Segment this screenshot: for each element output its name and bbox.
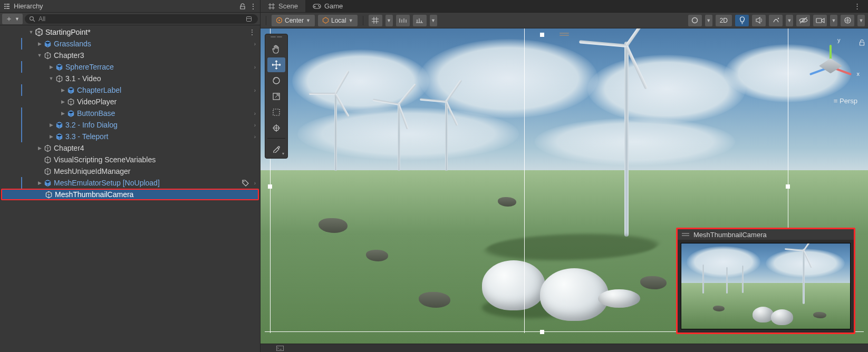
- chevron-right-icon[interactable]: ›: [254, 111, 256, 116]
- tree-item-grasslands[interactable]: ▶ Grasslands ›: [0, 38, 260, 50]
- chevron-right-icon[interactable]: ›: [254, 64, 256, 70]
- tab-game[interactable]: Game: [305, 0, 350, 12]
- scale-tool[interactable]: [267, 89, 285, 104]
- scene-viewport[interactable]: y x ≡ Persp MeshThumbnailCamera: [261, 28, 868, 344]
- lighting-toggle[interactable]: [735, 15, 749, 26]
- chevron-right-icon[interactable]: ›: [254, 122, 256, 128]
- projection-label[interactable]: ≡ Persp: [834, 97, 857, 105]
- space-toggle[interactable]: Local ▼: [318, 15, 358, 26]
- custom-tools[interactable]: [267, 141, 285, 156]
- overlay-drag-handle[interactable]: [267, 36, 285, 40]
- transform-tool[interactable]: [267, 121, 285, 135]
- prefab-icon: [66, 109, 75, 118]
- expand-arrow[interactable]: ▶: [47, 134, 55, 139]
- gizmos-toggle[interactable]: [841, 15, 854, 26]
- kebab-icon[interactable]: ⋮: [249, 3, 257, 10]
- snap-increment-button[interactable]: [396, 15, 410, 26]
- tree-item-video[interactable]: ▼ 3.1 - Video: [0, 73, 260, 84]
- search-filter-icon[interactable]: [244, 14, 254, 24]
- camera-dropdown[interactable]: ▼: [830, 15, 837, 26]
- selection-handle[interactable]: [786, 184, 790, 189]
- rect-tool[interactable]: [267, 105, 285, 120]
- 2d-toggle[interactable]: 2D: [716, 15, 732, 26]
- overlay-drag-handle[interactable]: [682, 233, 689, 236]
- selection-handle[interactable]: [540, 330, 544, 334]
- orientation-gizmo[interactable]: y x: [802, 37, 860, 95]
- move-tool[interactable]: [267, 57, 285, 72]
- draw-mode-button[interactable]: [688, 15, 702, 26]
- lock-icon[interactable]: [239, 3, 246, 10]
- camera-preview-viewport: [681, 243, 851, 329]
- expand-arrow[interactable]: ▶: [47, 64, 55, 70]
- tree-item-chapter3[interactable]: ▼ Chapter3: [0, 50, 260, 61]
- create-dropdown[interactable]: ＋ ▼: [2, 14, 23, 24]
- chevron-right-icon[interactable]: ›: [254, 87, 256, 93]
- item-label: MeshThumbnailCamera: [55, 190, 254, 199]
- camera-preview-header[interactable]: MeshThumbnailCamera: [678, 229, 854, 240]
- gizmo-lock-icon[interactable]: [859, 39, 865, 46]
- expand-arrow[interactable]: ▶: [36, 41, 43, 46]
- selection-handle[interactable]: [268, 184, 272, 189]
- fx-dropdown[interactable]: ▼: [786, 15, 793, 26]
- camera-button[interactable]: [813, 15, 827, 26]
- unity-scene-icon: [35, 28, 43, 36]
- expand-arrow[interactable]: ▶: [36, 145, 43, 151]
- grid-snap-button[interactable]: [369, 15, 382, 26]
- tree-item-sphereterrace[interactable]: ▶ SphereTerrace ›: [0, 61, 260, 73]
- scene-name: StartingPoint*: [45, 28, 248, 36]
- chevron-right-icon[interactable]: ›: [254, 180, 256, 186]
- audio-toggle[interactable]: [752, 15, 766, 26]
- tree-item-chapterlabel[interactable]: ▶ ChapterLabel ›: [0, 84, 260, 96]
- tree-item-chapter4[interactable]: ▶ Chapter4: [0, 142, 260, 154]
- scene-row[interactable]: ▼ StartingPoint* ⋮: [0, 26, 260, 38]
- tree-item-teleport[interactable]: ▶ 3.3 - Teleport ›: [0, 131, 260, 142]
- pivot-toggle[interactable]: Center ▼: [272, 15, 315, 26]
- hierarchy-tab[interactable]: Hierarchy: [3, 2, 118, 10]
- snap-settings-button[interactable]: [413, 15, 427, 26]
- tree-item-meshemulator[interactable]: ▶ MeshEmulatorSetup [NoUpload] ›: [0, 177, 260, 189]
- selection-handle[interactable]: [540, 33, 544, 37]
- draw-mode-dropdown[interactable]: ▼: [705, 15, 712, 26]
- gizmos-dropdown[interactable]: ▼: [857, 15, 865, 26]
- fx-toggle[interactable]: [769, 15, 783, 26]
- gameobject-icon: [43, 144, 52, 152]
- tree-item-meshthumbnail[interactable]: MeshThumbnailCamera: [1, 189, 259, 200]
- kebab-icon[interactable]: ⋮: [248, 28, 256, 36]
- cloud: [535, 118, 735, 165]
- hierarchy-search[interactable]: All: [25, 14, 258, 24]
- gameobject-icon: [43, 155, 52, 164]
- expand-arrow[interactable]: ▶: [47, 122, 55, 128]
- expand-arrow[interactable]: ▶: [59, 99, 66, 104]
- grid-snap-dropdown[interactable]: ▼: [385, 15, 393, 26]
- camera-preview[interactable]: MeshThumbnailCamera: [676, 228, 855, 334]
- expand-arrow[interactable]: ▶: [59, 111, 66, 116]
- tab-label: Game: [324, 2, 343, 10]
- chevron-right-icon[interactable]: ›: [254, 41, 256, 47]
- tree-item-meshuniqueid[interactable]: MeshUniqueIdManager: [0, 165, 260, 177]
- rotate-tool[interactable]: [267, 73, 285, 88]
- hand-tool[interactable]: [267, 42, 285, 56]
- snap-settings-dropdown[interactable]: ▼: [430, 15, 437, 26]
- visibility-toggle[interactable]: [796, 15, 810, 26]
- item-label: MeshEmulatorSetup [NoUpload]: [54, 179, 242, 187]
- tree-item-visualscripting[interactable]: VisualScripting SceneVariables: [0, 154, 260, 165]
- expand-arrow[interactable]: ▼: [36, 53, 43, 58]
- expand-arrow[interactable]: ▶: [59, 87, 66, 93]
- caret-down-icon: ▼: [15, 16, 20, 22]
- toggle-label: 2D: [720, 17, 728, 24]
- expand-arrow[interactable]: ▶: [36, 180, 43, 185]
- tab-scene[interactable]: Scene: [261, 0, 305, 12]
- scene-toolbar: Center ▼ Local ▼ ▼ ▼ ▼ 2D: [261, 13, 868, 28]
- chevron-right-icon[interactable]: ›: [254, 134, 256, 140]
- scene-panel: Scene Game ⋮ Center ▼ Local ▼ ▼: [261, 0, 868, 352]
- tree-item-infodialog[interactable]: ▶ 3.2 - Info Dialog ›: [0, 119, 260, 131]
- expand-arrow[interactable]: ▼: [47, 76, 55, 81]
- scene-kebab[interactable]: ⋮: [846, 0, 868, 12]
- console-icon[interactable]: [276, 346, 284, 351]
- viewport-drag-handle[interactable]: [560, 33, 569, 36]
- tree-item-videoplayer[interactable]: ▶ VideoPlayer: [0, 96, 260, 107]
- tree-item-buttonbase[interactable]: ▶ ButtonBase ›: [0, 107, 260, 119]
- search-icon: [29, 16, 35, 22]
- toggle-label: Center: [285, 17, 304, 24]
- expand-arrow[interactable]: ▼: [27, 30, 35, 35]
